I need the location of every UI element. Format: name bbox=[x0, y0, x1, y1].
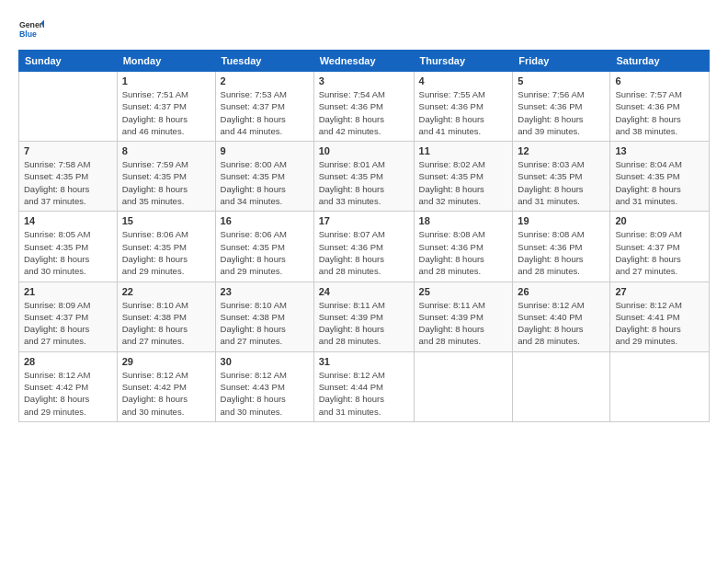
day-info: Sunrise: 8:05 AM Sunset: 4:35 PM Dayligh… bbox=[24, 228, 112, 277]
calendar-cell: 21Sunrise: 8:09 AM Sunset: 4:37 PM Dayli… bbox=[19, 282, 118, 351]
day-number: 12 bbox=[518, 145, 605, 156]
calendar-cell: 10Sunrise: 8:01 AM Sunset: 4:35 PM Dayli… bbox=[313, 142, 414, 212]
week-row-0: 1Sunrise: 7:51 AM Sunset: 4:37 PM Daylig… bbox=[19, 72, 710, 142]
calendar-cell: 28Sunrise: 8:12 AM Sunset: 4:42 PM Dayli… bbox=[19, 351, 118, 421]
day-info: Sunrise: 8:00 AM Sunset: 4:35 PM Dayligh… bbox=[221, 158, 309, 207]
day-number: 26 bbox=[518, 286, 605, 297]
calendar-cell: 8Sunrise: 7:59 AM Sunset: 4:35 PM Daylig… bbox=[117, 142, 215, 212]
day-info: Sunrise: 7:54 AM Sunset: 4:36 PM Dayligh… bbox=[319, 88, 409, 137]
weekday-header-friday: Friday bbox=[513, 51, 610, 72]
calendar-cell: 19Sunrise: 8:08 AM Sunset: 4:36 PM Dayli… bbox=[513, 212, 610, 282]
day-number: 4 bbox=[419, 75, 508, 86]
day-number: 17 bbox=[319, 215, 409, 226]
day-info: Sunrise: 7:56 AM Sunset: 4:36 PM Dayligh… bbox=[518, 88, 605, 137]
calendar-cell: 14Sunrise: 8:05 AM Sunset: 4:35 PM Dayli… bbox=[19, 212, 118, 282]
day-number: 3 bbox=[319, 75, 409, 86]
day-info: Sunrise: 8:04 AM Sunset: 4:35 PM Dayligh… bbox=[615, 158, 704, 207]
day-number: 19 bbox=[518, 215, 605, 226]
day-info: Sunrise: 8:12 AM Sunset: 4:41 PM Dayligh… bbox=[615, 299, 704, 348]
day-number: 18 bbox=[419, 215, 508, 226]
calendar-cell: 29Sunrise: 8:12 AM Sunset: 4:42 PM Dayli… bbox=[117, 351, 215, 421]
day-info: Sunrise: 7:57 AM Sunset: 4:36 PM Dayligh… bbox=[615, 88, 704, 137]
day-number: 11 bbox=[419, 145, 508, 156]
day-info: Sunrise: 8:08 AM Sunset: 4:36 PM Dayligh… bbox=[518, 228, 605, 277]
day-number: 27 bbox=[615, 286, 704, 297]
calendar-cell: 25Sunrise: 8:11 AM Sunset: 4:39 PM Dayli… bbox=[414, 282, 513, 351]
day-number: 9 bbox=[221, 145, 309, 156]
day-number: 29 bbox=[122, 356, 210, 367]
day-number: 10 bbox=[319, 145, 409, 156]
day-number: 31 bbox=[319, 356, 409, 367]
weekday-header-wednesday: Wednesday bbox=[313, 51, 414, 72]
calendar-cell: 27Sunrise: 8:12 AM Sunset: 4:41 PM Dayli… bbox=[610, 282, 710, 351]
weekday-header-sunday: Sunday bbox=[19, 51, 118, 72]
calendar-cell bbox=[610, 351, 710, 421]
day-info: Sunrise: 8:11 AM Sunset: 4:39 PM Dayligh… bbox=[319, 299, 409, 348]
day-number: 6 bbox=[615, 75, 704, 86]
calendar-cell: 1Sunrise: 7:51 AM Sunset: 4:37 PM Daylig… bbox=[117, 72, 215, 142]
day-number: 20 bbox=[615, 215, 704, 226]
calendar-table: SundayMondayTuesdayWednesdayThursdayFrid… bbox=[18, 50, 710, 422]
calendar-cell: 2Sunrise: 7:53 AM Sunset: 4:37 PM Daylig… bbox=[215, 72, 313, 142]
weekday-header-row: SundayMondayTuesdayWednesdayThursdayFrid… bbox=[19, 51, 710, 72]
day-info: Sunrise: 8:09 AM Sunset: 4:37 PM Dayligh… bbox=[615, 228, 704, 277]
week-row-3: 21Sunrise: 8:09 AM Sunset: 4:37 PM Dayli… bbox=[19, 282, 710, 351]
calendar-page: General Blue SundayMondayTuesdayWednesda… bbox=[0, 0, 728, 563]
calendar-cell: 20Sunrise: 8:09 AM Sunset: 4:37 PM Dayli… bbox=[610, 212, 710, 282]
day-info: Sunrise: 8:12 AM Sunset: 4:42 PM Dayligh… bbox=[122, 369, 210, 418]
calendar-cell bbox=[513, 351, 610, 421]
day-number: 21 bbox=[24, 286, 112, 297]
calendar-cell: 12Sunrise: 8:03 AM Sunset: 4:35 PM Dayli… bbox=[513, 142, 610, 212]
calendar-cell: 15Sunrise: 8:06 AM Sunset: 4:35 PM Dayli… bbox=[117, 212, 215, 282]
day-number: 25 bbox=[419, 286, 508, 297]
calendar-cell: 22Sunrise: 8:10 AM Sunset: 4:38 PM Dayli… bbox=[117, 282, 215, 351]
calendar-cell: 30Sunrise: 8:12 AM Sunset: 4:43 PM Dayli… bbox=[215, 351, 313, 421]
day-info: Sunrise: 8:11 AM Sunset: 4:39 PM Dayligh… bbox=[419, 299, 508, 348]
calendar-cell: 17Sunrise: 8:07 AM Sunset: 4:36 PM Dayli… bbox=[313, 212, 414, 282]
day-info: Sunrise: 7:55 AM Sunset: 4:36 PM Dayligh… bbox=[419, 88, 508, 137]
day-info: Sunrise: 8:06 AM Sunset: 4:35 PM Dayligh… bbox=[221, 228, 309, 277]
day-number: 13 bbox=[615, 145, 704, 156]
day-info: Sunrise: 7:53 AM Sunset: 4:37 PM Dayligh… bbox=[221, 88, 309, 137]
day-number: 24 bbox=[319, 286, 409, 297]
day-number: 7 bbox=[24, 145, 112, 156]
day-info: Sunrise: 8:07 AM Sunset: 4:36 PM Dayligh… bbox=[319, 228, 409, 277]
day-info: Sunrise: 8:12 AM Sunset: 4:40 PM Dayligh… bbox=[518, 299, 605, 348]
day-number: 1 bbox=[122, 75, 210, 86]
day-number: 15 bbox=[122, 215, 210, 226]
day-info: Sunrise: 8:10 AM Sunset: 4:38 PM Dayligh… bbox=[122, 299, 210, 348]
day-info: Sunrise: 8:03 AM Sunset: 4:35 PM Dayligh… bbox=[518, 158, 605, 207]
day-number: 16 bbox=[221, 215, 309, 226]
day-info: Sunrise: 8:12 AM Sunset: 4:43 PM Dayligh… bbox=[221, 369, 309, 418]
calendar-cell: 18Sunrise: 8:08 AM Sunset: 4:36 PM Dayli… bbox=[414, 212, 513, 282]
day-info: Sunrise: 8:09 AM Sunset: 4:37 PM Dayligh… bbox=[24, 299, 112, 348]
day-number: 30 bbox=[221, 356, 309, 367]
calendar-cell: 9Sunrise: 8:00 AM Sunset: 4:35 PM Daylig… bbox=[215, 142, 313, 212]
day-info: Sunrise: 8:08 AM Sunset: 4:36 PM Dayligh… bbox=[419, 228, 508, 277]
day-info: Sunrise: 7:58 AM Sunset: 4:35 PM Dayligh… bbox=[24, 158, 112, 207]
calendar-cell: 6Sunrise: 7:57 AM Sunset: 4:36 PM Daylig… bbox=[610, 72, 710, 142]
calendar-cell: 5Sunrise: 7:56 AM Sunset: 4:36 PM Daylig… bbox=[513, 72, 610, 142]
day-number: 23 bbox=[221, 286, 309, 297]
week-row-4: 28Sunrise: 8:12 AM Sunset: 4:42 PM Dayli… bbox=[19, 351, 710, 421]
svg-text:Blue: Blue bbox=[19, 29, 37, 39]
calendar-cell bbox=[414, 351, 513, 421]
weekday-header-monday: Monday bbox=[117, 51, 215, 72]
calendar-cell: 7Sunrise: 7:58 AM Sunset: 4:35 PM Daylig… bbox=[19, 142, 118, 212]
calendar-cell: 11Sunrise: 8:02 AM Sunset: 4:35 PM Dayli… bbox=[414, 142, 513, 212]
calendar-cell: 4Sunrise: 7:55 AM Sunset: 4:36 PM Daylig… bbox=[414, 72, 513, 142]
day-number: 14 bbox=[24, 215, 112, 226]
header: General Blue bbox=[18, 17, 710, 42]
day-number: 28 bbox=[24, 356, 112, 367]
day-number: 5 bbox=[518, 75, 605, 86]
day-number: 22 bbox=[122, 286, 210, 297]
week-row-2: 14Sunrise: 8:05 AM Sunset: 4:35 PM Dayli… bbox=[19, 212, 710, 282]
weekday-header-thursday: Thursday bbox=[414, 51, 513, 72]
day-number: 8 bbox=[122, 145, 210, 156]
week-row-1: 7Sunrise: 7:58 AM Sunset: 4:35 PM Daylig… bbox=[19, 142, 710, 212]
day-info: Sunrise: 8:01 AM Sunset: 4:35 PM Dayligh… bbox=[319, 158, 409, 207]
calendar-cell: 24Sunrise: 8:11 AM Sunset: 4:39 PM Dayli… bbox=[313, 282, 414, 351]
day-info: Sunrise: 8:10 AM Sunset: 4:38 PM Dayligh… bbox=[221, 299, 309, 348]
calendar-cell: 31Sunrise: 8:12 AM Sunset: 4:44 PM Dayli… bbox=[313, 351, 414, 421]
day-number: 2 bbox=[221, 75, 309, 86]
